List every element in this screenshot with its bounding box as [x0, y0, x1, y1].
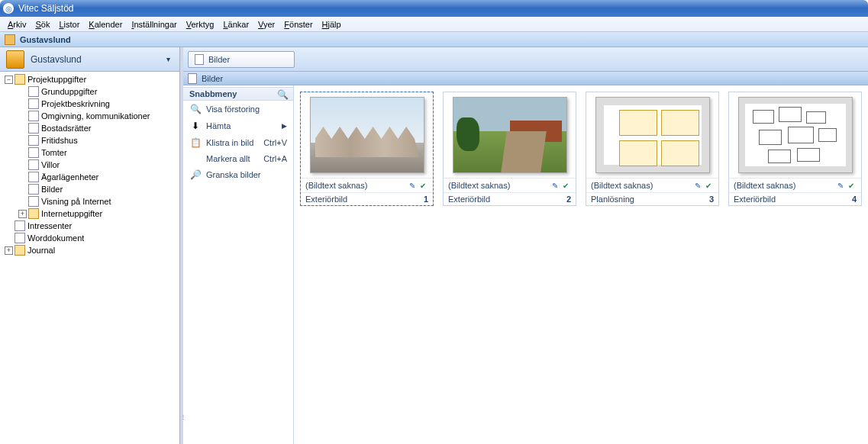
thumbnail-image[interactable]	[444, 92, 576, 178]
thumbnail-image[interactable]	[729, 92, 861, 178]
building-icon	[5, 34, 15, 45]
globe-icon[interactable]: ✔	[418, 180, 428, 191]
menu-sök[interactable]: Sök	[31, 18, 54, 31]
menu-verktyg[interactable]: Verktyg	[182, 18, 219, 31]
quick-menu-icon: 📋	[189, 137, 202, 148]
tree-item[interactable]: Bostadsrätter	[2, 122, 178, 134]
project-title: Gustavslund	[31, 54, 163, 65]
menu-fönster[interactable]: Fönster	[279, 18, 317, 31]
globe-icon[interactable]: ✔	[560, 180, 571, 191]
sub-header-title: Bilder	[202, 74, 223, 83]
thumbnail-grid: (Bildtext saknas)✎✔Exteriörbild1(Bildtex…	[294, 85, 868, 444]
bilder-button[interactable]: Bilder	[188, 51, 295, 68]
globe-icon[interactable]: ✔	[703, 180, 714, 191]
tree-item[interactable]: Projektbeskrivning	[2, 98, 178, 110]
edit-icon[interactable]: ✎	[407, 180, 418, 191]
folder-icon	[15, 245, 25, 256]
sub-header: Bilder	[183, 72, 868, 85]
tree-item[interactable]: Omgivning, kommunikationer	[2, 110, 178, 122]
page-icon	[15, 220, 25, 231]
tree-item[interactable]: +Internetuppgifter	[2, 208, 178, 220]
thumbnail-caption: (Bildtext saknas)	[591, 181, 692, 190]
thumbnail-type: Exteriörbild	[448, 195, 563, 204]
menu-länkar[interactable]: Länkar	[218, 18, 253, 31]
quick-menu-item[interactable]: 🔎Granska bilder	[183, 166, 293, 183]
tree-item[interactable]: +Journal	[2, 244, 178, 256]
menu-inställningar[interactable]: Inställningar	[127, 18, 181, 31]
edit-icon[interactable]: ✎	[550, 180, 560, 191]
nav-tree[interactable]: −ProjektuppgifterGrunduppgifterProjektbe…	[0, 72, 179, 444]
menu-arkiv[interactable]: Arkiv	[3, 18, 31, 31]
quick-menu-item[interactable]: 🔍Visa förstoring	[183, 101, 293, 117]
menu-vyer[interactable]: Vyer	[253, 18, 279, 31]
thumbnail-type: Planlösning	[591, 195, 706, 204]
edit-icon[interactable]: ✎	[835, 180, 846, 191]
tree-item-label: Ägarlägenheter	[41, 172, 98, 182]
quick-menu-item[interactable]: ⬇Hämta▶	[183, 117, 293, 134]
tree-item-label: Projektbeskrivning	[41, 99, 110, 108]
tree-item-label: Visning på Internet	[41, 197, 111, 206]
bilder-button-label: Bilder	[208, 55, 230, 64]
globe-icon[interactable]: ✔	[846, 180, 857, 191]
quick-menu-title: Snabbmeny 🔍	[183, 87, 293, 101]
tree-item[interactable]: Ägarlägenheter	[2, 171, 178, 183]
tree-item[interactable]: −Projektuppgifter	[2, 73, 178, 85]
thumbnail-card[interactable]: (Bildtext saknas)✎✔Exteriörbild4	[728, 92, 862, 206]
thumbnail-caption-row: (Bildtext saknas)✎✔	[729, 178, 861, 192]
tree-item[interactable]: Villor	[2, 159, 178, 171]
thumbnail-image[interactable]	[301, 92, 433, 178]
magnifier-icon[interactable]: 🔍	[277, 89, 289, 100]
quick-menu-label: Visa förstoring	[206, 105, 287, 114]
tree-toggle-icon[interactable]: +	[18, 210, 27, 218]
thumbnail-caption: (Bildtext saknas)	[305, 181, 407, 190]
tree-item[interactable]: Worddokument	[2, 232, 178, 244]
page-icon	[28, 196, 39, 207]
content-area: Snabbmeny 🔍 🔍Visa förstoring⬇Hämta▶📋Klis…	[183, 85, 868, 444]
right-toolbar: Bilder	[183, 47, 868, 72]
document-header: Gustavslund	[0, 32, 868, 47]
page-icon	[28, 123, 39, 134]
menu-hjälp[interactable]: Hjälp	[318, 18, 346, 31]
tree-item[interactable]: Intressenter	[2, 220, 178, 232]
tree-item[interactable]: Fritidshus	[2, 134, 178, 146]
tree-item[interactable]: Tomter	[2, 146, 178, 159]
edit-icon[interactable]: ✎	[692, 180, 703, 191]
menubar: ArkivSökListorKalenderInställningarVerkt…	[0, 17, 868, 32]
thumbnail-card[interactable]: (Bildtext saknas)✎✔Exteriörbild1	[300, 92, 434, 206]
page-icon	[188, 73, 197, 84]
thumbnail-card[interactable]: (Bildtext saknas)✎✔Planlösning3	[586, 92, 719, 206]
quick-menu-item[interactable]: 📋Klistra in bildCtrl+V	[183, 134, 293, 151]
tree-item-label: Bostadsrätter	[41, 124, 91, 133]
tree-item-label: Projektuppgifter	[27, 75, 86, 84]
thumbnail-caption: (Bildtext saknas)	[448, 181, 550, 190]
tree-toggle-icon[interactable]: −	[5, 76, 13, 84]
thumbnail-type: Exteriörbild	[734, 195, 849, 204]
quick-menu-item[interactable]: Markera alltCtrl+A	[183, 151, 293, 166]
page-icon	[28, 172, 39, 182]
thumbnail-caption-row: (Bildtext saknas)✎✔	[444, 178, 576, 192]
folder-icon	[28, 208, 39, 219]
tree-item[interactable]: Bilder	[2, 183, 178, 195]
thumbnail-type: Exteriörbild	[305, 195, 421, 204]
thumbnail-caption-row: (Bildtext saknas)✎✔	[301, 178, 433, 192]
dropdown-icon[interactable]: ▾	[163, 55, 173, 63]
left-panel: Gustavslund ▾ −ProjektuppgifterGrunduppg…	[0, 47, 180, 444]
thumbnail-caption: (Bildtext saknas)	[734, 181, 835, 190]
main-area: Gustavslund ▾ −ProjektuppgifterGrunduppg…	[0, 47, 868, 444]
thumbnail-type-row: Exteriörbild2	[444, 192, 576, 205]
left-header[interactable]: Gustavslund ▾	[0, 47, 179, 72]
tree-toggle-icon[interactable]: +	[5, 246, 13, 255]
tree-item-label: Grunduppgifter	[41, 87, 97, 96]
splitter-grip-icon: ⋮	[180, 413, 183, 420]
thumbnail-image[interactable]	[586, 92, 718, 178]
app-icon: ◎	[3, 3, 14, 14]
tree-item[interactable]: Grunduppgifter	[2, 85, 178, 98]
thumbnail-number: 2	[566, 195, 571, 204]
menu-kalender[interactable]: Kalender	[84, 18, 127, 31]
menu-listor[interactable]: Listor	[54, 18, 84, 31]
thumbnail-card[interactable]: (Bildtext saknas)✎✔Exteriörbild2	[443, 92, 576, 206]
thumbnail-caption-row: (Bildtext saknas)✎✔	[586, 178, 718, 192]
tree-item-label: Omgivning, kommunikationer	[41, 111, 150, 121]
tree-item[interactable]: Visning på Internet	[2, 195, 178, 208]
page-icon	[28, 98, 39, 109]
